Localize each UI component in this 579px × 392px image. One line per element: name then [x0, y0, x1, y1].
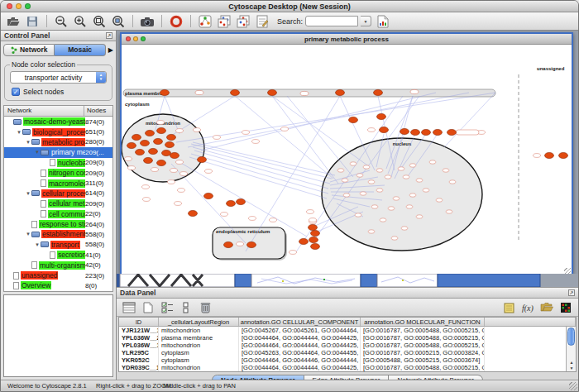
scroll-down-icon[interactable]: ▼: [567, 366, 577, 371]
tree-header: Network Nodes: [4, 106, 112, 117]
col-go-cellular-component[interactable]: annotation.GO CELLULAR_COMPONENT: [239, 318, 361, 326]
expand-arrow-icon[interactable]: ▾: [25, 190, 31, 197]
stacked-networks-icon[interactable]: [217, 14, 232, 28]
network-window[interactable]: primary metabolic process plasma membran…: [120, 32, 573, 274]
zoom-in-icon[interactable]: [73, 14, 88, 28]
window-titlebar[interactable]: Cytoscape Desktop (New Session): [1, 1, 578, 12]
table-row[interactable]: YJR121W__1 mitochondrion [GO:0045267, GO…: [119, 327, 576, 334]
report-icon[interactable]: [376, 14, 390, 28]
cell-go-cc: [GO:0044464, GO:0044444, GO:0044425, G..…: [239, 342, 361, 349]
tree-row[interactable]: ▾ unassigned 223(0): [4, 270, 112, 280]
expand-arrow-icon[interactable]: ▾: [25, 231, 31, 237]
tree-row[interactable]: ▾ mosaic-demo-yeast 874(0): [4, 117, 112, 127]
table-row[interactable]: YPL036W__1 mitochondrion [GO:0044464, GO…: [119, 342, 576, 349]
tree-node-label: macromolecule: [48, 179, 85, 188]
table-row[interactable]: YLR295C cytoplasm [GO:0045263, GO:004446…: [119, 349, 576, 356]
expand-arrow-icon[interactable]: ▾: [34, 149, 41, 155]
status-pan-hint: Middle-click + drag to PAN: [163, 382, 236, 390]
tab-mosaic[interactable]: Mosaic: [55, 44, 105, 56]
expand-arrow-icon[interactable]: ▾: [25, 139, 31, 146]
tree-node-icon: [13, 272, 19, 280]
help-ring-icon[interactable]: [169, 14, 184, 28]
tree-row[interactable]: ▾ secretion 41(0): [4, 250, 112, 260]
tree-row[interactable]: ▾ primary metabo 209(...: [4, 147, 112, 157]
tree-row[interactable]: ▾ establishment of lo 558(0): [4, 229, 112, 239]
tabs-overflow-icon[interactable]: ▶: [108, 46, 113, 54]
cell-go-cc: [GO:0045263, GO:0044464, GO:0044455, G..…: [239, 349, 361, 356]
svg-text:f(x): f(x): [522, 304, 534, 313]
tree-node-label: establishment of lo: [41, 230, 85, 238]
tree-node-label: secretion: [57, 251, 85, 259]
table-scrollbar[interactable]: ▲▼: [566, 327, 576, 371]
tree-row[interactable]: ▾ cell communicat 22(0): [4, 209, 112, 219]
expand-arrow-icon[interactable]: ▾: [16, 129, 22, 136]
network-window-titlebar[interactable]: primary metabolic process: [122, 34, 572, 45]
window-title: Cytoscape Desktop (New Session): [1, 2, 578, 11]
tree-node-label: Overview: [21, 281, 51, 289]
tree-col-nodes[interactable]: Nodes: [84, 106, 106, 116]
tree-row[interactable]: ▾ metabolic process 280(0): [4, 137, 112, 147]
tree-col-network[interactable]: Network: [4, 106, 84, 116]
search-dropdown-icon[interactable]: ▼: [361, 16, 371, 26]
table-row[interactable]: YDR039C__1 mitochondrion [GO:0044464, GO…: [119, 364, 576, 371]
tree-row[interactable]: ▾ cellular process 614(0): [4, 189, 112, 198]
tab-network[interactable]: Network: [3, 44, 55, 56]
delete-attribute-icon[interactable]: [198, 300, 213, 314]
plasma-membrane-region[interactable]: [123, 89, 495, 97]
tree-node-icon: [31, 261, 37, 269]
birds-eye-view[interactable]: [3, 294, 113, 377]
matrix-icon[interactable]: [558, 300, 573, 314]
tree-row[interactable]: ▾ transport 558(0): [4, 240, 112, 250]
tree-row[interactable]: ▾ biological_process 651(0): [4, 127, 112, 136]
tree-row[interactable]: ▾ nucleobase- 209(0): [4, 158, 112, 168]
cytoscape-window: Cytoscape Desktop (New Session): [0, 0, 579, 392]
node-color-dropdown[interactable]: transporter activity ▲▼: [10, 71, 107, 84]
tree-row[interactable]: ▾ nitrogen compo 209(0): [4, 168, 112, 178]
snapshot-camera-icon[interactable]: [140, 14, 155, 28]
data-panel: Data Panel ↗: [117, 287, 578, 380]
cell-region: plasma membrane: [159, 334, 239, 342]
col-cellular-layout-region[interactable]: _cellularLayoutRegion: [159, 318, 239, 326]
tree-node-icon: [31, 139, 40, 145]
tree-row[interactable]: ▾ multi-organism pro 42(0): [4, 260, 112, 270]
tree-row[interactable]: ▾ response to stimulu 264(0): [4, 219, 112, 229]
zoom-selected-icon[interactable]: [111, 14, 126, 28]
window-resize-grip[interactable]: [569, 382, 577, 390]
attribute-select-icon[interactable]: [122, 300, 136, 314]
search-input[interactable]: [305, 16, 358, 26]
cell-region: mitochondrion: [159, 327, 239, 334]
dropdown-stepper-icon: ▲▼: [96, 72, 106, 83]
col-id[interactable]: ID: [119, 318, 159, 326]
scroll-up-icon[interactable]: ▲: [567, 360, 577, 366]
table-row[interactable]: YKR052C cytoplasm [GO:0044464, GO:004444…: [119, 356, 576, 364]
float-panel-icon[interactable]: ↗: [568, 289, 575, 296]
table-row[interactable]: YPL036W__2 plasma membrane [GO:0044464, …: [119, 334, 576, 342]
tree-row[interactable]: ▾ Overview 8(0): [4, 280, 112, 290]
cell-id: YJR121W__1: [119, 327, 159, 334]
select-nodes-checkbox[interactable]: ✓: [12, 88, 20, 96]
function-icon[interactable]: f(x): [520, 300, 535, 314]
new-attribute-icon[interactable]: [141, 300, 156, 314]
scrollbar-thumb[interactable]: [567, 327, 575, 346]
import-folder-icon[interactable]: [539, 300, 554, 314]
tree-node-count: 209(0): [85, 200, 104, 208]
cell-go-cc: [GO:0044464, GO:0044444, GO:0044425, G..…: [239, 364, 361, 371]
open-file-icon[interactable]: [6, 14, 21, 28]
network-graph[interactable]: plasma membrane cytoplasm mitochondrion …: [122, 45, 572, 272]
notepad-icon[interactable]: [501, 300, 516, 314]
colored-nodes-icon[interactable]: [198, 14, 213, 28]
expand-arrow-icon[interactable]: ▾: [34, 241, 41, 248]
col-go-molecular-function[interactable]: annotation.GO MOLECULAR_FUNCTION: [361, 318, 485, 326]
tree-row[interactable]: ▾ cellular metabo 209(0): [4, 198, 112, 208]
network-canvas[interactable]: plasma membrane cytoplasm mitochondrion …: [122, 45, 572, 275]
zoom-out-icon[interactable]: [54, 14, 69, 28]
background-windows[interactable]: [117, 274, 578, 287]
table-edit-icon[interactable]: [255, 14, 270, 28]
tree-row[interactable]: ▾ macromolecule 311(0): [4, 178, 112, 188]
unchecked-attributes-icon[interactable]: [179, 300, 194, 314]
zoom-fit-icon[interactable]: [92, 14, 107, 28]
float-panel-icon[interactable]: ↗: [106, 32, 112, 39]
checked-attributes-icon[interactable]: [160, 300, 175, 314]
stacked-networks-icon-2[interactable]: [236, 14, 251, 28]
save-icon[interactable]: [25, 14, 40, 28]
